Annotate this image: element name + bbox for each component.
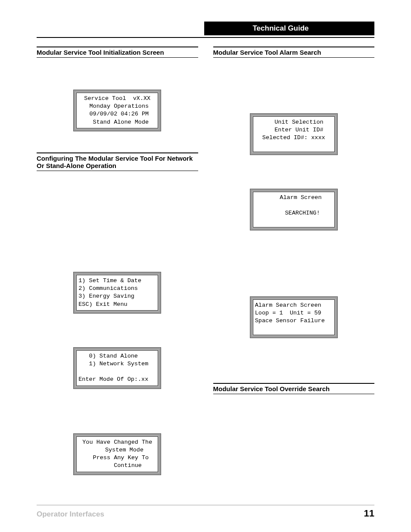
right-heading-2: Modular Service Tool Override Search (213, 383, 375, 394)
header-row: Technical Guide (37, 22, 374, 35)
page: Technical Guide Modular Service Tool Ini… (0, 0, 411, 532)
lcd-alarm-result: Alarm Search Screen Loop = 1 Unit = 59 S… (250, 297, 337, 338)
lcd-alarm-result-text: Alarm Search Screen Loop = 1 Unit = 59 S… (253, 299, 335, 335)
left-heading-1: Modular Service Tool Initialization Scre… (37, 47, 198, 58)
lcd-unit-selection: Unit Selection Enter Unit ID# Selected I… (250, 114, 337, 155)
lcd-init-screen: Service Tool vX.XX Monday Operations 09/… (74, 90, 161, 131)
lcd-mode-screen-text: 0) Stand Alone 1) Network System Enter M… (76, 350, 158, 386)
footer-page-number: 11 (364, 508, 374, 519)
lcd-menu-screen: 1) Set Time & Date 2) Communications 3) … (74, 272, 161, 313)
left-column: Modular Service Tool Initialization Scre… (37, 47, 198, 483)
top-rule (37, 37, 374, 38)
footer-left-text: Operator Interfaces (37, 510, 104, 519)
right-column: Modular Service Tool Alarm Search Unit S… (213, 47, 375, 483)
lcd-menu-screen-text: 1) Set Time & Date 2) Communications 3) … (76, 275, 158, 311)
lcd-unit-selection-text: Unit Selection Enter Unit ID# Selected I… (253, 116, 335, 152)
lcd-alarm-searching-text: Alarm Screen SEARCHING! (253, 192, 335, 227)
footer: Operator Interfaces 11 (37, 505, 374, 519)
right-heading-1: Modular Service Tool Alarm Search (213, 47, 375, 58)
lcd-changed-screen: You Have Changed The System Mode Press A… (74, 434, 161, 475)
columns: Modular Service Tool Initialization Scre… (37, 47, 374, 483)
header-title: Technical Guide (204, 22, 374, 35)
left-heading-2: Configuring The Modular Service Tool For… (37, 152, 198, 171)
lcd-changed-screen-text: You Have Changed The System Mode Press A… (76, 436, 158, 472)
lcd-alarm-searching: Alarm Screen SEARCHING! (250, 189, 337, 230)
lcd-init-screen-text: Service Tool vX.XX Monday Operations 09/… (76, 93, 158, 128)
footer-line: Operator Interfaces 11 (37, 505, 374, 519)
lcd-mode-screen: 0) Stand Alone 1) Network System Enter M… (74, 348, 161, 389)
